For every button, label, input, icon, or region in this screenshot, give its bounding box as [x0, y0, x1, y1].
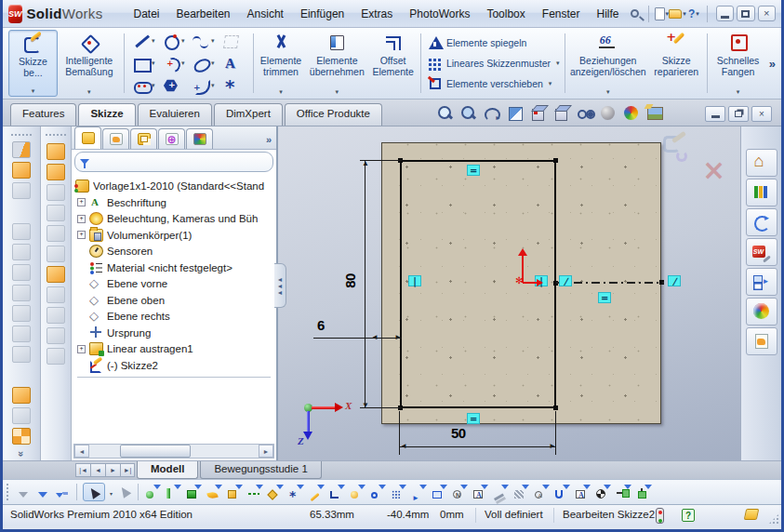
filter-funnel-button[interactable] — [54, 484, 71, 500]
open-document-button[interactable]: ▾ — [669, 5, 686, 23]
filter-funnel-button[interactable] — [15, 484, 32, 500]
selection-filter-button[interactable] — [431, 484, 447, 500]
dropdown-icon[interactable]: ▾ — [181, 37, 185, 45]
dropdown-icon[interactable]: ▾ — [336, 88, 339, 97]
sketch-rectangle[interactable] — [400, 160, 556, 408]
selection-filter-button[interactable] — [574, 484, 591, 500]
ribbon-tab[interactable]: Skizze — [78, 103, 135, 126]
task-pane-tab[interactable] — [746, 208, 777, 236]
tab-nav-button[interactable]: ► — [105, 463, 120, 477]
search-icon[interactable] — [628, 5, 643, 23]
dropdown-icon[interactable]: ▾ — [549, 80, 552, 87]
expand-toggle[interactable]: + — [77, 345, 86, 353]
manager-tab[interactable] — [158, 128, 185, 149]
feature-tool-button[interactable] — [12, 305, 31, 322]
feature-tool-button[interactable] — [12, 244, 31, 260]
display-delete-relations-button[interactable]: Beziehungen anzeigen/löschen ▾ — [567, 30, 648, 97]
menu-item[interactable]: Ansicht — [239, 4, 292, 24]
scrollbar-track[interactable] — [89, 445, 259, 458]
construction-centerline[interactable] — [556, 282, 664, 284]
exit-sketch-icon[interactable] — [663, 136, 680, 153]
minimize-button[interactable] — [716, 6, 734, 21]
sketch-tool-button[interactable]: ▾ — [129, 30, 159, 52]
selection-filter-button[interactable] — [349, 484, 365, 500]
feature-tool-button[interactable] — [12, 326, 31, 342]
surface-tool-button[interactable] — [47, 184, 65, 201]
sketch-tool-button[interactable]: ▾ — [129, 74, 159, 97]
selection-filter-button[interactable] — [594, 484, 611, 500]
feature-tool-button[interactable] — [12, 162, 31, 179]
sketch-vertex[interactable] — [553, 406, 558, 410]
toolbar-overflow-button[interactable]: » — [765, 57, 779, 71]
view-tool-button[interactable] — [599, 104, 618, 123]
mirror-entities-button[interactable]: Elemente spiegeln — [426, 33, 560, 53]
dropdown-icon[interactable]: ▾ — [606, 88, 610, 97]
quick-snaps-button[interactable]: Schnelles Fangen ▾ — [711, 30, 764, 97]
manager-tab[interactable] — [186, 128, 213, 149]
tree-item[interactable]: + Beleuchtung, Kameras und Büh — [75, 211, 276, 228]
selection-filter-button[interactable] — [226, 484, 243, 500]
sketch-tool-button[interactable]: ▾ — [219, 74, 248, 97]
sketch-tool-button[interactable]: ▾ — [189, 30, 219, 52]
tree-item[interactable]: (-) Skizze2 — [75, 357, 276, 374]
selection-filter-button[interactable] — [144, 484, 161, 500]
tree-item[interactable]: + Volumenkörper(1) — [75, 227, 276, 244]
relation-badge-equal[interactable]: = — [598, 292, 611, 303]
task-pane-tab[interactable] — [746, 298, 777, 326]
view-tool-button[interactable] — [622, 104, 641, 123]
selection-filter-button[interactable] — [206, 484, 222, 500]
selection-filter-button[interactable] — [410, 484, 427, 500]
selection-filter-button[interactable] — [308, 484, 325, 500]
manager-tab[interactable] — [102, 128, 129, 149]
expand-toggle[interactable]: + — [77, 198, 86, 206]
ribbon-tab[interactable]: Office Produkte — [285, 103, 382, 126]
new-document-button[interactable]: ▾ — [654, 5, 669, 23]
dropdown-icon[interactable]: ▾ — [211, 82, 215, 89]
relation-badge-collinear[interactable]: / — [668, 275, 681, 286]
close-button[interactable]: × — [758, 6, 776, 21]
dropdown-icon[interactable]: ▾ — [556, 60, 560, 67]
trim-entities-button[interactable]: Elemente trimmen ▾ — [257, 30, 306, 97]
panel-collapse-splitter[interactable]: ◄ ◄ ◄ — [274, 263, 286, 308]
sketch-tool-button[interactable]: ▾ — [219, 52, 248, 74]
task-pane-tab[interactable] — [746, 179, 777, 206]
feature-tool-button[interactable] — [12, 223, 31, 240]
surface-tool-button[interactable] — [47, 164, 65, 180]
feature-tool-button[interactable] — [12, 264, 31, 281]
tree-item[interactable]: Ebene oben — [75, 292, 276, 309]
expand-toggle[interactable]: + — [77, 215, 86, 223]
ribbon-tab[interactable]: Evaluieren — [138, 103, 212, 126]
manager-tab[interactable] — [74, 126, 101, 149]
feature-tool-button[interactable] — [12, 387, 31, 404]
model-tab[interactable]: Bewegungsstudie 1 — [200, 461, 321, 479]
sketch-tool-button[interactable]: ▾ — [219, 30, 248, 52]
sketch-tool-button[interactable]: ▾ — [189, 52, 219, 74]
toolbar-drag-handle[interactable] — [11, 134, 32, 136]
selection-filter-button[interactable] — [390, 484, 406, 500]
sketch-origin-cross-icon[interactable]: ✻ — [515, 276, 523, 286]
tree-root-item[interactable]: Vorlage1x1-2010 (Standard<<Stand — [75, 177, 276, 194]
feature-tool-button[interactable] — [12, 346, 31, 363]
relation-badge-equal[interactable]: = — [467, 165, 480, 176]
dropdown-icon[interactable]: ▾ — [87, 88, 91, 97]
toolbar-collapse-chevron-icon[interactable]: » — [16, 451, 27, 457]
selection-filter-button[interactable] — [369, 484, 386, 500]
selection-filter-button[interactable] — [451, 484, 468, 500]
sketch-vertex[interactable] — [553, 158, 558, 163]
menu-item[interactable]: Fenster — [534, 4, 589, 24]
view-tool-button[interactable] — [483, 104, 501, 123]
sketch-tool-button[interactable]: ▾ — [159, 52, 189, 74]
feature-tool-button[interactable] — [12, 203, 31, 219]
surface-tool-button[interactable] — [47, 286, 65, 303]
document-minimize-button[interactable] — [705, 106, 725, 122]
manager-tab[interactable] — [130, 128, 157, 149]
selection-filter-button[interactable] — [472, 484, 488, 500]
quick-tips-help-icon[interactable]: ? — [682, 509, 695, 522]
feature-tool-button[interactable] — [12, 285, 31, 301]
toolbar-drag-handle[interactable] — [46, 134, 66, 138]
dropdown-icon[interactable]: ▾ — [181, 60, 185, 67]
sketch-tool-button[interactable]: ▾ — [159, 30, 189, 52]
view-tool-button[interactable] — [459, 104, 478, 123]
convert-entities-button[interactable]: Elemente übernehmen ▾ — [305, 30, 368, 97]
tree-item[interactable]: + Beschriftung — [75, 194, 276, 211]
